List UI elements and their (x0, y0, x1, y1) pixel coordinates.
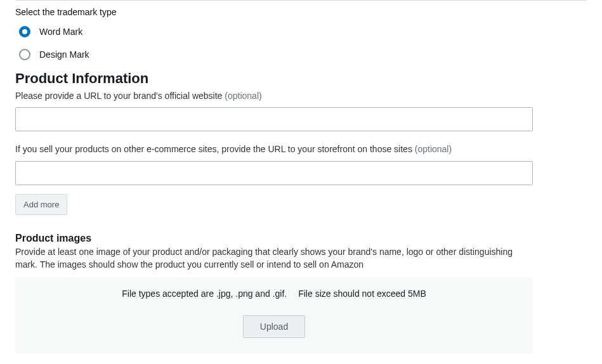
upload-hint-size: File size should not exceed 5MB (298, 289, 426, 299)
upload-zone: File types accepted are .jpg, .png and .… (15, 277, 533, 353)
website-url-input[interactable] (15, 107, 533, 131)
radio-icon (19, 49, 30, 60)
add-more-button[interactable]: Add more (15, 194, 67, 215)
radio-design-mark[interactable]: Design Mark (15, 44, 587, 67)
website-url-label: Please provide a URL to your brand's off… (15, 89, 587, 102)
divider (15, 0, 587, 1)
upload-button[interactable]: Upload (243, 315, 305, 338)
form-container: Select the trademark type Word Mark Desi… (0, 0, 602, 360)
upload-hints: File types accepted are .jpg, .png and .… (22, 289, 527, 299)
radio-label: Design Mark (39, 49, 89, 60)
product-images-description: Provide at least one image of your produ… (15, 245, 535, 271)
product-images-heading: Product images (15, 233, 587, 244)
storefront-url-label: If you sell your products on other e-com… (15, 143, 510, 155)
upload-hint-types: File types accepted are .jpg, .png and .… (122, 289, 287, 299)
radio-word-mark[interactable]: Word Mark (15, 21, 587, 44)
trademark-type-label: Select the trademark type (15, 7, 587, 17)
radio-icon (19, 26, 30, 37)
radio-label: Word Mark (39, 27, 82, 37)
trademark-type-radio-group: Word Mark Design Mark (15, 21, 587, 67)
storefront-url-input[interactable] (15, 161, 533, 185)
product-information-heading: Product Information (15, 70, 587, 87)
